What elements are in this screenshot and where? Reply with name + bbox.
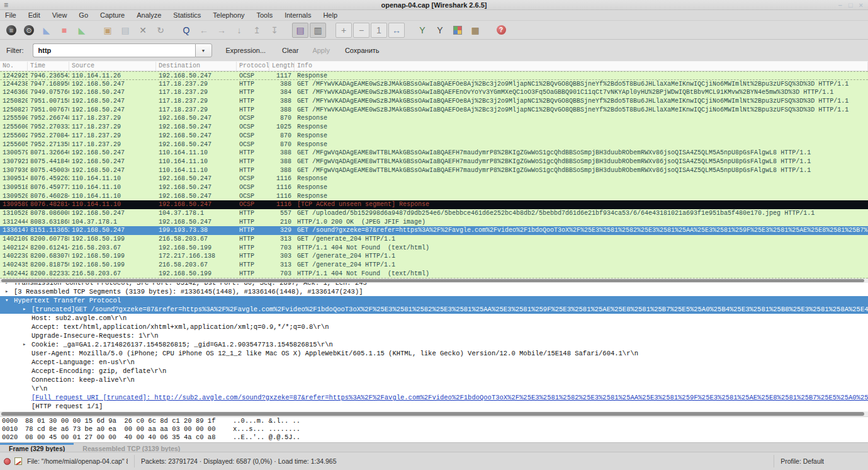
maximize-button[interactable]: □ <box>848 1 853 9</box>
toolbar-colorize-packets-button[interactable]: ▤ <box>292 23 308 38</box>
packet-list[interactable]: 12429257946.236542110.164.11.26192.168.5… <box>0 71 868 278</box>
packet-row[interactable]: 12556007952.270332117.18.237.29192.168.5… <box>0 123 868 132</box>
menu-statistics[interactable]: Statistics <box>173 11 201 19</box>
menu-edit[interactable]: Edit <box>28 11 40 19</box>
packet-row[interactable]: 12508207951.007158192.168.50.247117.18.2… <box>0 97 868 106</box>
packet-row[interactable]: 13124448083.631868104.37.178.1192.168.50… <box>0 218 868 227</box>
column-header-length[interactable]: Length <box>269 62 295 71</box>
apply-button[interactable]: Apply <box>312 47 330 54</box>
menu-telephony[interactable]: Telephony <box>213 11 244 19</box>
filter-input[interactable] <box>33 43 195 57</box>
column-header-destination[interactable]: Destination <box>156 62 237 71</box>
toolbar-restart-capture-button[interactable]: ◣ <box>74 23 90 38</box>
toolbar-go-to-top-button[interactable]: ↥ <box>249 23 265 38</box>
toolbar-auto-scroll-button[interactable]: ▥ <box>310 23 326 38</box>
detail-row[interactable]: ▸Cookie: _ga=GA1.2.1714826137.1545826815… <box>0 340 868 349</box>
menu-file[interactable]: File <box>5 11 16 19</box>
detail-row[interactable]: User-Agent: Mozilla/5.0 (iPhone; CPU iPh… <box>0 349 868 358</box>
collapsed-arrow-icon[interactable]: ▸ <box>5 287 14 296</box>
detail-row[interactable]: ▾Hypertext Transfer Protocol <box>0 296 868 305</box>
detail-row[interactable]: Connection: keep-alive\r\n <box>0 375 868 384</box>
packet-list-hscrollbar[interactable] <box>0 278 868 283</box>
packet-row[interactable]: 14024428200.822332216.58.203.67192.168.5… <box>0 270 868 278</box>
toolbar-close-capture-button[interactable]: ✕ <box>135 23 151 38</box>
toolbar-coloring-rules-button[interactable] <box>449 23 466 38</box>
status-profile[interactable]: Profile: Default <box>781 457 868 465</box>
detail-row[interactable]: Accept: text/html,application/xhtml+xml,… <box>0 323 868 331</box>
collapsed-arrow-icon[interactable]: ▸ <box>23 340 31 349</box>
expert-info-icon[interactable] <box>4 458 11 465</box>
packet-row[interactable]: 12463607949.075766192.168.50.247117.18.2… <box>0 88 868 97</box>
detail-row[interactable]: Upgrade-Insecure-Requests: 1\r\n <box>0 331 868 340</box>
toolbar-reload-capture-button[interactable]: ↻ <box>152 23 169 38</box>
packet-details-pane[interactable]: ▸Transmission Control Protocol, Src Port… <box>0 283 868 411</box>
menu-help[interactable]: Help <box>323 11 337 19</box>
packet-row[interactable]: 14022398200.683070192.168.50.199172.217.… <box>0 252 868 261</box>
expanded-arrow-icon[interactable]: ▾ <box>5 296 14 305</box>
packet-row[interactable]: 13095148076.459262110.164.11.10192.168.5… <box>0 175 868 183</box>
packet-row[interactable]: 14021248200.612414216.58.203.67192.168.5… <box>0 244 868 253</box>
packet-row[interactable]: 12556057952.271358117.18.237.29192.168.5… <box>0 140 868 149</box>
toolbar-preferences-button[interactable]: ▦ <box>467 23 483 38</box>
packet-row[interactable]: 12429257946.236542110.164.11.26192.168.5… <box>0 71 868 80</box>
toolbar-open-capture-button[interactable]: ▣ <box>99 23 116 38</box>
hex-row[interactable]: 000088 01 30 00 00 15 6d 9a 26 c0 6c 8d … <box>0 417 868 425</box>
toolbar-go-to-bottom-button[interactable]: ↧ <box>266 23 283 38</box>
toolbar-resize-columns-button[interactable]: ↔ <box>388 23 405 38</box>
menu-go[interactable]: Go <box>79 11 88 19</box>
minimize-button[interactable]: – <box>838 1 842 9</box>
clear-button[interactable]: Clear <box>282 47 298 54</box>
packet-row[interactable]: 13105288078.086008192.168.50.247104.37.1… <box>0 209 868 218</box>
capture-comment-icon[interactable] <box>14 457 22 465</box>
menu-tools[interactable]: Tools <box>257 11 273 19</box>
column-header-protocol[interactable]: Protocol <box>237 62 269 71</box>
hex-row[interactable]: 001078 cd 8e a6 73 be a0 ea 00 00 aa aa … <box>0 425 868 433</box>
collapsed-arrow-icon[interactable]: ▸ <box>23 305 31 314</box>
packet-bytes-pane[interactable]: 000088 01 30 00 00 15 6d 9a 26 c0 6c 8d … <box>0 416 868 442</box>
packet-row[interactable]: 14021098200.607788192.168.50.199216.58.2… <box>0 235 868 244</box>
toolbar-zoom-out-button[interactable]: − <box>353 23 369 38</box>
menu-analyze[interactable]: Analyze <box>137 11 161 19</box>
packet-row[interactable]: 14024358200.818750192.168.50.199216.58.2… <box>0 261 868 270</box>
packet-row[interactable]: 12555907952.266748117.18.237.29192.168.5… <box>0 114 868 123</box>
filter-dropdown-button[interactable]: ▼ <box>195 43 212 57</box>
toolbar-go-back-button[interactable]: ← <box>196 23 212 38</box>
detail-row[interactable]: [Full request URI [truncated]: http://su… <box>0 393 868 402</box>
save-filter-button[interactable]: Сохранить <box>345 47 380 54</box>
detail-row[interactable]: \r\n <box>0 384 868 393</box>
detail-row[interactable]: ▸Transmission Control Protocol, Src Port… <box>0 283 868 287</box>
packet-row[interactable]: 12556027952.270844117.18.237.29192.168.5… <box>0 132 868 140</box>
menu-internals[interactable]: Internals <box>285 11 311 19</box>
toolbar-zoom-in-button[interactable]: + <box>335 23 352 38</box>
scrollbar-thumb[interactable] <box>1 279 864 282</box>
byte-tab-frame[interactable]: Frame (329 bytes) <box>0 443 74 452</box>
packet-row[interactable]: 13095188076.459772110.164.11.10192.168.5… <box>0 183 868 192</box>
packet-row[interactable]: 13095208076.460284110.164.11.10192.168.5… <box>0 192 868 201</box>
toolbar-zoom-100-button[interactable]: 1 <box>371 23 387 38</box>
expression-button[interactable]: Expression... <box>226 47 266 54</box>
packet-row[interactable]: 13005798071.326646192.168.50.247110.164.… <box>0 149 868 158</box>
byte-tab-reassembled[interactable]: Reassembled TCP (3139 bytes) <box>74 443 189 452</box>
toolbar-capture-options-button[interactable]: ⊙ <box>21 23 37 38</box>
toolbar-go-to-packet-button[interactable]: ↓ <box>231 23 247 38</box>
collapsed-arrow-icon[interactable]: ▸ <box>5 283 14 287</box>
detail-row[interactable]: Accept-Encoding: gzip, deflate\r\n <box>0 367 868 375</box>
toolbar-save-capture-button[interactable]: ▤ <box>117 23 133 38</box>
packet-row[interactable]: 13079368075.450036192.168.50.247110.164.… <box>0 166 868 175</box>
detail-row[interactable]: [HTTP request 1/1] <box>0 402 868 411</box>
column-header-info[interactable]: Info <box>295 62 868 71</box>
menu-capture[interactable]: Capture <box>100 11 125 19</box>
packet-row[interactable]: 13095898076.482814110.164.11.10192.168.5… <box>0 200 868 209</box>
toolbar-start-capture-button[interactable]: ◣ <box>38 23 55 38</box>
toolbar-stop-capture-button[interactable]: ■ <box>56 23 72 38</box>
packet-row[interactable]: 12442387947.168950192.168.50.247117.18.2… <box>0 80 868 89</box>
packet-row[interactable]: 12508277951.007670192.168.50.247117.18.2… <box>0 106 868 115</box>
hex-row[interactable]: 002008 00 45 00 01 27 00 00 40 00 40 06 … <box>0 433 868 442</box>
detail-row[interactable]: ▸[3 Reassembled TCP Segments (3139 bytes… <box>0 287 868 296</box>
scrollbar-thumb[interactable] <box>1 412 864 416</box>
toolbar-list-interfaces-button[interactable]: ≡ <box>3 23 20 38</box>
detail-row[interactable]: ▸[truncated]GET /sound?gxzeke=87&refer=h… <box>0 305 868 314</box>
detail-row[interactable]: Host: sub2.avgle.com\r\n <box>0 314 868 323</box>
column-header-source[interactable]: Source <box>69 62 156 71</box>
packet-row[interactable]: 13361478151.113652192.168.50.247199.193.… <box>0 226 868 235</box>
